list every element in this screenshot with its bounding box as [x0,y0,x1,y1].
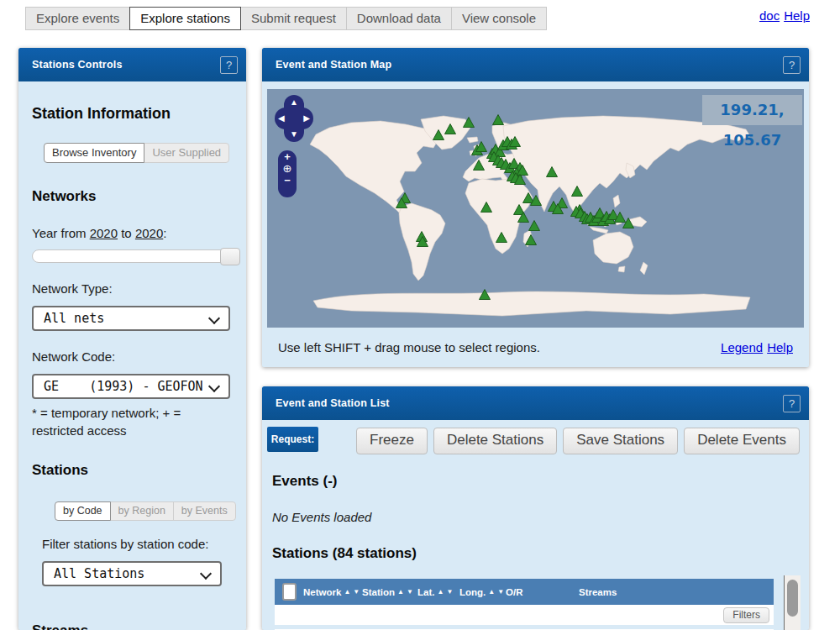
delete-stations-button[interactable]: Delete Stations [433,428,557,454]
sort-desc-icon[interactable]: ▼ [497,589,504,596]
map-zoom-control[interactable]: + ⊕ − [278,150,297,197]
station-filter-label: Filter stations by station code: [42,537,246,551]
help-button[interactable]: ? [783,395,801,412]
column-network[interactable]: Network▲▼ [303,587,362,597]
station-filter-tabs: by Codeby Regionby Events [55,501,246,521]
station-marker[interactable] [433,129,444,140]
no-events-text: No Events loaded [272,510,809,524]
year-prefix: Year from [32,226,90,240]
year-suffix: : [163,226,166,240]
year-to-link[interactable]: 2020 [135,226,163,240]
panel-header: Event and Station Map ? [262,48,809,81]
zoom-in-icon[interactable]: + [278,150,297,163]
station-marker[interactable] [496,232,507,243]
sort-desc-icon[interactable]: ▼ [353,589,360,596]
station-information-heading: Station Information [32,105,246,123]
zoom-world-icon[interactable]: ⊕ [278,163,297,174]
station-marker[interactable] [492,114,504,125]
station-marker[interactable] [525,234,537,245]
station-marker[interactable] [528,220,540,231]
legend-link[interactable]: Legend [721,340,763,354]
panel-title: Event and Station List [276,397,390,409]
world-map[interactable]: 199.21, 105.67 ▲ ▼ ◀ ▶ + ⊕ − [267,89,804,328]
column-station[interactable]: Station▲▼ [362,587,417,597]
year-range-slider[interactable] [32,249,239,263]
station-marker[interactable] [517,212,529,223]
station-marker[interactable] [546,166,558,177]
sort-desc-icon[interactable]: ▼ [446,589,453,596]
event-station-map-panel: Event and Station Map ? [262,48,809,367]
column-lat-[interactable]: Lat.▲▼ [417,587,459,597]
pan-down-icon[interactable]: ▼ [290,130,298,139]
request-tab[interactable]: Request: [267,427,318,452]
year-mid: to [118,226,135,240]
tab-submit-request[interactable]: Submit request [240,7,347,30]
station-marker[interactable] [417,236,428,247]
year-range-label: Year from 2020 to 2020: [32,226,246,240]
tab-by-region[interactable]: by Region [110,501,174,521]
stations-controls-panel: Stations Controls ? Station Information … [18,48,246,630]
sort-asc-icon[interactable]: ▲ [397,589,404,596]
select-all-checkbox[interactable] [282,583,297,601]
action-buttons: FreezeDelete StationsSave StationsDelete… [356,428,800,454]
column-label: Streams [579,587,617,597]
column-label: Long. [459,587,486,597]
column-long-[interactable]: Long.▲▼ [459,587,506,597]
filters-button[interactable]: Filters [723,607,769,623]
slider-handle[interactable] [220,248,240,265]
stations-heading: Stations [32,462,246,479]
column-label: Lat. [417,587,434,597]
station-marker[interactable] [480,202,492,213]
station-marker[interactable] [473,160,485,171]
doc-link[interactable]: doc [759,8,780,23]
tab-view-console[interactable]: View console [451,7,547,30]
station-marker[interactable] [530,195,542,206]
zoom-out-icon[interactable]: − [278,174,297,186]
header-checkbox-cell [275,583,303,601]
network-type-select[interactable]: All nets [32,306,230,331]
station-marker[interactable] [444,123,456,134]
sort-asc-icon[interactable]: ▲ [437,589,444,596]
year-from-link[interactable]: 2020 [90,226,118,240]
station-marker[interactable] [514,174,526,185]
station-filter-select[interactable]: All Stations [42,561,222,586]
station-marker[interactable] [475,141,487,152]
help-button[interactable]: ? [220,56,238,74]
save-stations-button[interactable]: Save Stations [563,428,678,454]
network-code-select[interactable]: GE (1993) - GEOFON [32,374,230,399]
delete-events-button[interactable]: Delete Events [684,428,800,454]
network-code-label: Network Code: [32,349,246,364]
map-hint-text: Use left SHIFT + drag mouse to select re… [278,340,540,354]
map-pan-control[interactable]: ▲ ▼ ◀ ▶ [275,95,313,142]
station-marker[interactable] [479,289,491,300]
sort-desc-icon[interactable]: ▼ [407,589,413,596]
tab-explore-events[interactable]: Explore events [25,7,130,30]
map-help-link[interactable]: Help [767,340,793,354]
tab-by-code[interactable]: by Code [55,501,111,521]
sort-asc-icon[interactable]: ▲ [488,589,495,596]
tab-by-events[interactable]: by Events [173,501,236,521]
tab-download-data[interactable]: Download data [346,7,452,30]
tab-explore-stations[interactable]: Explore stations [129,7,241,30]
station-marker[interactable] [571,186,583,197]
station-marker[interactable] [552,203,564,214]
pan-left-icon[interactable]: ◀ [278,114,285,123]
pan-up-icon[interactable]: ▲ [290,98,298,107]
panel-title: Stations Controls [32,59,123,71]
sort-asc-icon[interactable]: ▲ [344,589,350,596]
freeze-button[interactable]: Freeze [356,428,428,454]
scrollbar-thumb[interactable] [787,580,798,617]
station-marker[interactable] [622,218,634,228]
tab-browse-inventory[interactable]: Browse Inventory [44,143,144,163]
request-toolbar: Request: FreezeDelete StationsSave Stati… [262,420,809,457]
station-marker[interactable] [463,117,475,128]
help-button[interactable]: ? [783,56,801,74]
help-link[interactable]: Help [784,8,810,23]
mouse-coordinates: 199.21, 105.67 [702,95,802,125]
tab-user-supplied[interactable]: User Supplied [144,143,229,163]
station-marker[interactable] [509,136,521,147]
table-scrollbar[interactable] [784,575,801,630]
station-marker[interactable] [396,197,407,208]
stations-list-heading: Stations (84 stations) [272,545,809,562]
pan-right-icon[interactable]: ▶ [303,114,310,123]
